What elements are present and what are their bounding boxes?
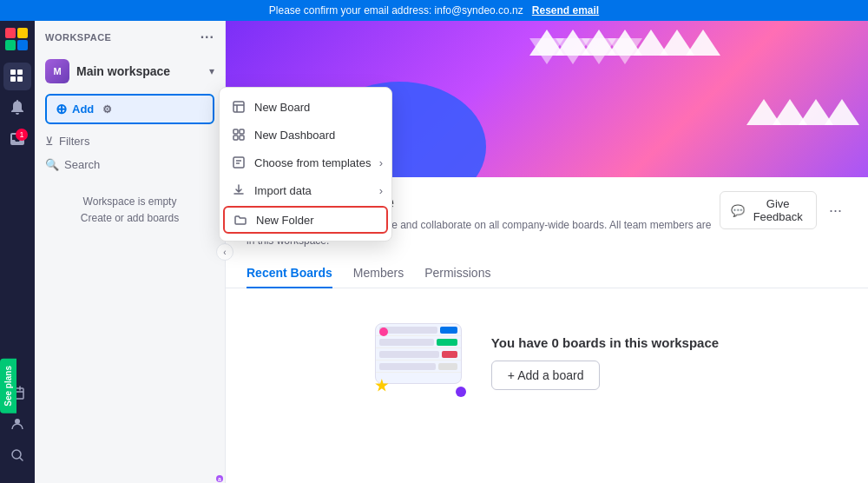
svg-rect-13 (240, 129, 244, 134)
import-arrow-icon: › (379, 184, 383, 197)
svg-rect-7 (17, 76, 23, 82)
sidebar: Workspace ··· M a Main workspace ▾ ⊕ Add… (35, 21, 226, 483)
email-confirmation-text: Please confirm your email address: info@… (269, 4, 523, 17)
templates-icon (232, 155, 246, 169)
filter-icon: ⊻ (45, 135, 54, 148)
sidebar-workspace-label: Workspace ··· (35, 21, 225, 54)
workspace-tabs: Recent Boards Members Permissions (226, 248, 868, 288)
tab-recent-boards[interactable]: Recent Boards (247, 259, 332, 288)
rail-search-icon[interactable] (3, 441, 31, 469)
settings-icon: ⚙ (102, 103, 112, 116)
sidebar-more-icon[interactable]: ··· (201, 30, 214, 45)
svg-rect-4 (10, 69, 16, 75)
workspace-selector[interactable]: M a Main workspace ▾ (35, 54, 225, 89)
svg-rect-5 (17, 69, 23, 75)
new-board-icon (232, 100, 246, 114)
email-confirmation-bar: Please confirm your email address: info@… (0, 0, 868, 21)
rail-grid-icon[interactable] (3, 63, 31, 90)
svg-rect-16 (233, 157, 244, 168)
board-mockup (375, 323, 462, 384)
dot-purple-decoration (456, 387, 466, 397)
app-logo (5, 28, 30, 52)
svg-rect-2 (5, 40, 16, 50)
empty-boards-message: You have 0 boards in this workspace (491, 335, 719, 350)
svg-marker-23 (686, 30, 720, 56)
dropdown-new-folder[interactable]: New Folder (223, 206, 388, 234)
dropdown-import-data[interactable]: Import data › (220, 176, 391, 204)
tab-members[interactable]: Members (353, 259, 404, 288)
workspace-actions: 💬 Give Feedback ··· (720, 191, 847, 229)
svg-point-9 (15, 419, 20, 424)
workspace-avatar: M a (45, 59, 69, 83)
dropdown-new-board[interactable]: New Board (220, 93, 391, 121)
svg-rect-0 (5, 28, 16, 38)
workspace-name: Main workspace (76, 64, 202, 78)
inbox-badge: 1 (16, 129, 28, 141)
svg-rect-6 (10, 76, 16, 82)
svg-rect-11 (233, 102, 244, 112)
svg-rect-15 (240, 136, 244, 140)
new-folder-icon (233, 213, 247, 227)
rail-bell-icon[interactable] (3, 94, 31, 122)
sidebar-collapse-button[interactable]: ‹ (216, 243, 233, 261)
svg-rect-1 (17, 28, 28, 38)
feedback-icon: 💬 (731, 204, 745, 217)
import-icon (232, 183, 246, 197)
add-button[interactable]: ⊕ Add ⚙ (45, 94, 214, 124)
search-icon: 🔍 (45, 158, 59, 171)
empty-state: You have 0 boards in this workspace + Ad… (226, 288, 868, 436)
more-options-button[interactable]: ··· (824, 196, 847, 225)
boards-illustration (375, 323, 470, 401)
dropdown-choose-templates[interactable]: Choose from templates › (220, 149, 391, 176)
see-plans-button[interactable]: See plans (0, 359, 16, 414)
icon-rail: 1 See plans (0, 21, 35, 483)
new-dashboard-icon (232, 128, 246, 142)
dropdown-new-dashboard[interactable]: New Dashboard (220, 121, 391, 149)
plus-icon: ⊕ (56, 101, 67, 117)
add-board-button[interactable]: + Add a board (491, 361, 601, 390)
tab-permissions[interactable]: Permissions (424, 259, 490, 288)
dot-pink-decoration (379, 328, 388, 336)
sidebar-empty-state: Workspace is empty Create or add boards (35, 176, 225, 244)
filters-button[interactable]: ⊻ Filters (35, 129, 225, 153)
rail-person-icon[interactable] (3, 410, 31, 438)
resend-email-link[interactable]: Resend email (532, 4, 599, 17)
add-dropdown-menu: New Board New Dashboard Choose from te (219, 87, 392, 242)
svg-rect-3 (17, 40, 28, 50)
templates-arrow-icon: › (379, 156, 383, 169)
give-feedback-button[interactable]: 💬 Give Feedback (720, 191, 817, 229)
svg-rect-12 (233, 129, 238, 134)
search-button[interactable]: 🔍 Search (35, 153, 225, 176)
rail-inbox-icon[interactable]: 1 (3, 125, 31, 153)
empty-state-text-area: You have 0 boards in this workspace + Ad… (491, 335, 719, 390)
svg-rect-14 (233, 136, 238, 140)
triangles-decoration (521, 21, 868, 177)
empty-state-content: You have 0 boards in this workspace + Ad… (375, 323, 719, 401)
workspace-chevron-icon: ▾ (209, 65, 214, 77)
svg-marker-31 (825, 99, 859, 125)
